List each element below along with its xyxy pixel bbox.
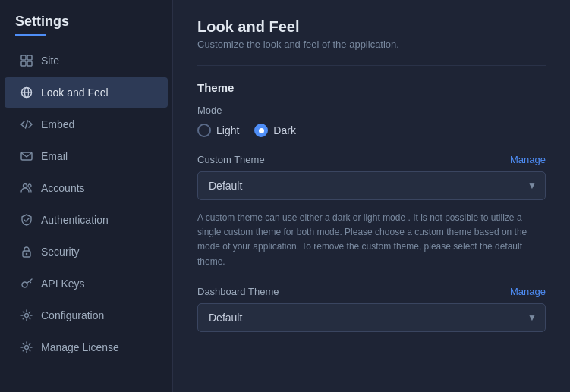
dashboard-theme-select[interactable]: Default (197, 303, 546, 332)
svg-rect-2 (21, 61, 26, 66)
svg-point-13 (22, 282, 27, 287)
globe-icon (20, 86, 33, 99)
sidebar-item-look-and-feel[interactable]: Look and Feel (5, 77, 168, 108)
sidebar-item-site-label: Site (41, 55, 59, 67)
custom-theme-select[interactable]: Default (197, 171, 546, 200)
sidebar-item-api-keys-label: API Keys (41, 278, 85, 290)
custom-theme-manage-link[interactable]: Manage (510, 154, 546, 165)
sidebar-item-email[interactable]: Email (5, 141, 168, 171)
sidebar-item-api-keys[interactable]: API Keys (5, 268, 168, 299)
sidebar-item-embed-label: Embed (41, 118, 74, 130)
custom-theme-select-wrapper: Default ▼ (197, 171, 546, 200)
sidebar-item-accounts[interactable]: Accounts (5, 173, 168, 203)
mode-label: Mode (197, 105, 546, 116)
mode-dark-label: Dark (273, 124, 296, 136)
svg-rect-0 (21, 55, 26, 60)
sidebar: Settings Site Look and Feel (0, 0, 173, 392)
sidebar-item-security[interactable]: Security (5, 237, 168, 267)
dashboard-theme-label: Dashboard Theme (197, 286, 279, 297)
bottom-divider (197, 343, 546, 343)
settings-title: Settings (0, 0, 172, 34)
svg-point-12 (26, 253, 28, 256)
custom-theme-header: Custom Theme Manage (197, 154, 546, 165)
page-title: Look and Feel (197, 18, 546, 36)
grid-icon (20, 54, 33, 67)
sidebar-item-accounts-label: Accounts (41, 182, 85, 194)
manage-license-icon (20, 340, 33, 354)
svg-point-9 (24, 184, 27, 188)
sidebar-item-security-label: Security (41, 246, 80, 258)
authentication-icon (20, 213, 33, 227)
embed-icon (20, 118, 33, 131)
page-subtitle: Customize the look and feel of the appli… (197, 39, 546, 50)
svg-line-15 (30, 281, 31, 283)
configuration-icon (20, 309, 33, 322)
mode-light-radio[interactable] (197, 124, 211, 137)
mode-dark-option[interactable]: Dark (254, 124, 296, 137)
sidebar-item-configuration-label: Configuration (41, 309, 104, 321)
svg-point-16 (25, 314, 29, 318)
mode-dark-radio[interactable] (254, 124, 268, 137)
main-content: Look and Feel Customize the look and fee… (173, 0, 570, 392)
sidebar-item-authentication[interactable]: Authentication (5, 205, 168, 235)
sidebar-item-configuration[interactable]: Configuration (5, 300, 168, 331)
mode-light-option[interactable]: Light (197, 124, 239, 137)
custom-theme-description: A custom theme can use either a dark or … (197, 211, 546, 269)
svg-point-17 (25, 346, 29, 350)
svg-rect-1 (27, 55, 32, 60)
sidebar-item-embed[interactable]: Embed (5, 109, 168, 140)
svg-line-7 (26, 121, 28, 128)
sidebar-item-manage-license-label: Manage License (41, 341, 119, 353)
theme-section-title: Theme (197, 81, 546, 94)
mode-light-label: Light (216, 124, 239, 136)
mode-row: Light Dark (197, 124, 546, 137)
svg-rect-3 (27, 61, 32, 66)
sidebar-item-look-and-feel-label: Look and Feel (41, 86, 109, 99)
dashboard-theme-manage-link[interactable]: Manage (510, 286, 546, 297)
sidebar-item-authentication-label: Authentication (41, 214, 109, 226)
svg-point-10 (28, 184, 31, 187)
sidebar-item-manage-license[interactable]: Manage License (5, 332, 168, 362)
top-divider (197, 65, 546, 66)
custom-theme-label: Custom Theme (197, 154, 265, 165)
dashboard-theme-header: Dashboard Theme Manage (197, 286, 546, 297)
api-keys-icon (20, 277, 33, 290)
sidebar-item-site[interactable]: Site (5, 45, 168, 76)
sidebar-accent-line (15, 34, 46, 36)
sidebar-item-email-label: Email (41, 150, 68, 162)
email-icon (20, 149, 33, 163)
security-icon (20, 245, 33, 259)
dashboard-theme-select-wrapper: Default ▼ (197, 303, 546, 332)
accounts-icon (20, 181, 33, 195)
